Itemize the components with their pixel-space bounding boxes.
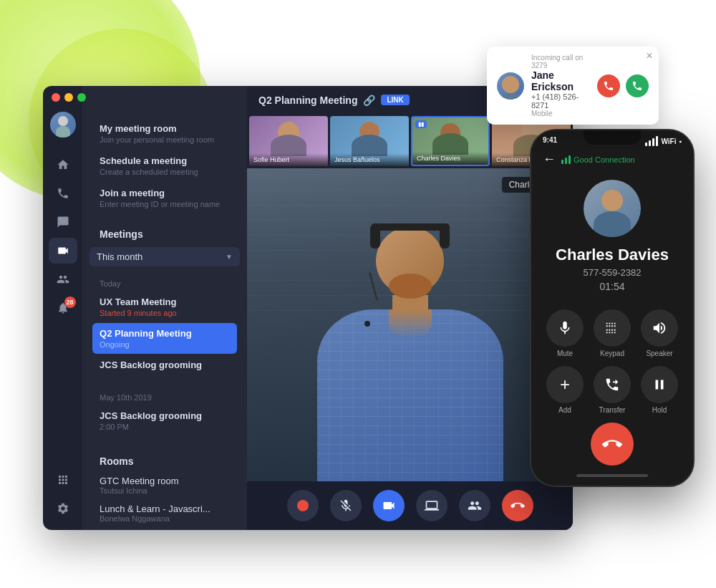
mute-label: Mute [557, 350, 573, 357]
caller-avatar-body [594, 211, 631, 237]
meeting-ux-team[interactable]: UX Team Meeting Started 9 minutes ago [92, 291, 237, 322]
thumb-jesus-name: Jesus Bañuelos [334, 156, 405, 163]
link-icon: 🔗 [363, 95, 375, 106]
thumb-charles[interactable]: ▮▮ Charles Davies [411, 116, 490, 166]
q2-name: Q2 Planning Meeting [100, 328, 230, 339]
phone-call-duration: 01:54 [531, 281, 693, 292]
ux-team-status: Started 9 minutes ago [100, 309, 230, 317]
participants-button[interactable] [459, 490, 490, 521]
filter-label: This month [97, 251, 142, 262]
phone-transfer-button[interactable]: Transfer [593, 366, 632, 414]
meetings-section-title: Meetings [92, 223, 237, 244]
past-jcs-time: 2:00 PM [100, 423, 230, 431]
phone-back-button[interactable]: ← [543, 152, 556, 167]
camera-button[interactable] [373, 490, 405, 521]
sidebar: 28 [43, 86, 82, 530]
video-controls [247, 481, 573, 530]
sidebar-item-chat[interactable] [49, 209, 77, 235]
window-controls [52, 93, 86, 102]
meeting-q2-planning[interactable]: Q2 Planning Meeting Ongoing [92, 323, 237, 354]
join-meeting-item[interactable]: Join a meeting Enter meeting ID or meeti… [92, 182, 237, 214]
sidebar-item-video[interactable] [49, 238, 77, 264]
caller-name: Jane Erickson [531, 69, 590, 92]
decline-call-button[interactable] [597, 74, 620, 97]
screen-share-button[interactable] [416, 490, 448, 521]
end-call-button[interactable] [502, 490, 533, 521]
schedule-meeting-subtitle: Create a scheduled meeting [100, 168, 230, 176]
record-button[interactable] [287, 490, 319, 521]
caller-type: Mobile [531, 110, 590, 117]
thumb-sofie[interactable]: Sofie Hubert [249, 116, 328, 166]
battery-icon: ▪ [679, 138, 682, 145]
phone-notch [584, 130, 641, 145]
today-section: Today UX Team Meeting Started 9 minutes … [82, 272, 247, 379]
gtc-host: Tsutsui Ichina [100, 486, 230, 495]
sidebar-item-settings[interactable] [49, 496, 77, 521]
incoming-label: Incoming call on 3279 [531, 54, 590, 69]
maximize-window-button[interactable] [77, 93, 86, 102]
sidebar-item-phone[interactable] [49, 180, 77, 206]
caller-number: +1 (418) 526-8271 [531, 92, 590, 110]
q2-status: Ongoing [100, 340, 230, 349]
user-avatar[interactable] [50, 112, 76, 138]
thumb-sofie-name: Sofie Hubert [253, 156, 324, 163]
phone-status-icons: WiFi ▪ [645, 136, 682, 146]
link-badge: LINK [381, 95, 409, 105]
my-meeting-room-item[interactable]: My meeting room Join your personal meeti… [92, 117, 237, 150]
sidebar-item-notifications[interactable]: 28 [49, 295, 77, 321]
schedule-meeting-title: Schedule a meeting [100, 155, 230, 166]
phone-home-indicator [576, 474, 648, 477]
main-video-frame: Charles D... [247, 168, 573, 481]
phone-device: 9:41 WiFi ▪ ← Good C [530, 129, 695, 487]
add-label: Add [558, 406, 571, 414]
keypad-label: Keypad [600, 350, 624, 357]
wifi-icon: WiFi [661, 138, 676, 145]
accept-call-button[interactable] [626, 74, 649, 97]
gtc-name: GTC Meeting room [100, 476, 230, 486]
schedule-meeting-item[interactable]: Schedule a meeting Create a scheduled me… [92, 150, 237, 182]
phone-call-header: ← Good Connection [531, 146, 693, 173]
room-gtc[interactable]: GTC Meeting room Tsutsui Ichina [92, 471, 237, 499]
meeting-jcs-backlog[interactable]: JCS Backlog grooming [92, 355, 237, 375]
connection-text: Good Connection [574, 155, 635, 164]
good-signal-icon [561, 155, 571, 164]
thumb-charles-name: Charles Davies [417, 155, 484, 162]
sidebar-item-apps[interactable] [49, 467, 77, 493]
sidebar-item-contacts[interactable] [49, 266, 77, 292]
rooms-section: Rooms GTC Meeting room Tsutsui Ichina Lu… [82, 447, 247, 530]
phone-add-button[interactable]: + Add [546, 366, 584, 414]
room-lunch-learn[interactable]: Lunch & Learn - Javascri... Bonelwa Ngga… [92, 499, 237, 527]
phone-hold-button[interactable]: Hold [640, 366, 679, 414]
thumb-jesus[interactable]: Jesus Bañuelos [330, 116, 409, 166]
past-jcs-backlog[interactable]: JCS Backlog grooming 2:00 PM [92, 405, 237, 436]
close-call-notification[interactable]: ✕ [646, 51, 653, 61]
call-info: Incoming call on 3279 Jane Erickson +1 (… [531, 54, 590, 117]
phone-screen: 9:41 WiFi ▪ ← Good C [531, 130, 693, 486]
mute-button[interactable] [330, 490, 362, 521]
phone-mute-button[interactable]: Mute [546, 309, 584, 357]
phone-caller-name: Charles Davies [531, 246, 693, 264]
phone-keypad-button[interactable]: Keypad [593, 309, 632, 357]
phone-end-call-button[interactable] [591, 423, 634, 466]
hold-label: Hold [652, 406, 667, 414]
sidebar-item-home[interactable] [49, 152, 77, 178]
incoming-call-notification[interactable]: ✕ Incoming call on 3279 Jane Erickson +1… [487, 47, 659, 125]
close-window-button[interactable] [52, 93, 60, 102]
caller-avatar-head [601, 190, 623, 211]
speaking-indicator: ▮▮ [415, 120, 427, 128]
call-actions [597, 74, 649, 97]
phone-speaker-button[interactable]: Speaker [640, 309, 679, 357]
meetings-filter-dropdown[interactable]: This month ▼ [90, 247, 240, 266]
rooms-title: Rooms [92, 450, 237, 471]
speaker-label: Speaker [646, 350, 672, 357]
meeting-title: Q2 Planning Meeting [258, 95, 357, 106]
phone-controls-grid: Mute Keypad Speaker [531, 292, 693, 423]
quick-actions: My meeting room Join your personal meeti… [82, 109, 247, 220]
today-label: Today [92, 275, 237, 291]
caller-avatar [497, 72, 524, 100]
minimize-window-button[interactable] [64, 93, 73, 102]
notification-badge: 28 [64, 297, 76, 308]
left-panel: My meeting room Join your personal meeti… [82, 86, 247, 530]
my-meeting-room-title: My meeting room [100, 123, 230, 134]
signal-icon [645, 136, 658, 146]
